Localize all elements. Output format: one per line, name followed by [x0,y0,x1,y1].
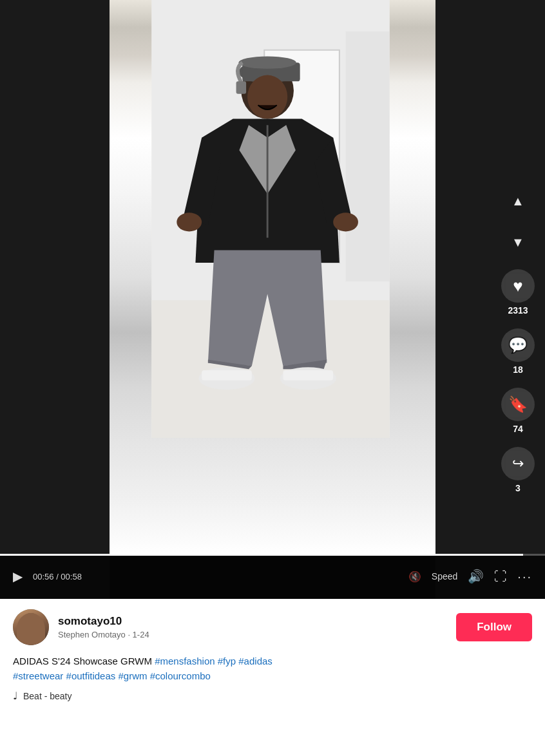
video-frame [110,0,435,554]
hashtag-outfitideas[interactable]: #outfitideas [66,670,116,681]
share-group: ↪ 3 [501,447,535,493]
svg-rect-9 [236,81,247,93]
ellipsis-icon: ··· [517,569,532,584]
chevron-down-icon: ▼ [512,235,524,250]
time-display: 00:56 / 00:58 [33,572,82,581]
video-player[interactable]: ▲ ▼ ♥ 2313 💬 18 🔖 74 [0,0,545,599]
volume-icon: 🔊 [468,569,484,584]
hashtag-mensfashion[interactable]: #mensfashion [155,656,215,666]
info-section: somotayo10 Stephen Omotayo · 1-24 Follow… [0,599,545,756]
description: ADIDAS S'24 Showcase GRWM #mensfashion #… [13,654,532,683]
hashtag-adidas[interactable]: #adidas [238,656,272,666]
hashtag-streetwear[interactable]: #streetwear [13,670,63,681]
music-row[interactable]: ♩ Beat - beaty [13,690,532,702]
play-icon: ▶ [13,569,23,584]
like-button[interactable]: ♥ [501,269,535,303]
bookmark-group: 🔖 74 [501,388,535,434]
side-actions: ▲ ▼ ♥ 2313 💬 18 🔖 74 [501,187,535,493]
volume-button[interactable]: 🔊 [468,569,484,584]
share-icon: ↪ [512,455,524,472]
svg-rect-2 [151,300,389,438]
description-text: ADIDAS S'24 Showcase GRWM [13,656,155,666]
avatar[interactable] [13,609,49,645]
share-count: 3 [515,483,521,493]
hashtag-grwm[interactable]: #grwm [118,670,147,681]
more-options-button[interactable]: ··· [517,569,532,584]
speed-button[interactable]: Speed [432,571,457,581]
music-label: Beat - beaty [23,691,72,701]
like-count: 2313 [508,305,528,316]
comment-icon: 💬 [508,336,528,354]
comment-button[interactable]: 💬 [501,328,535,362]
username[interactable]: somotayo10 [58,615,447,628]
svg-rect-4 [346,32,390,282]
user-subtitle: Stephen Omotayo · 1-24 [58,630,447,639]
fullscreen-button[interactable]: ⛶ [494,569,507,584]
bookmark-button[interactable]: 🔖 [501,388,535,421]
svg-point-12 [177,213,202,231]
share-button[interactable]: ↪ [501,447,535,480]
comment-count: 18 [513,364,523,375]
avatar-face [17,613,45,645]
chevron-up-icon: ▲ [512,194,524,209]
bookmark-count: 74 [513,424,523,434]
hashtag-colourcombo[interactable]: #colourcombo [150,670,211,681]
nav-down-button[interactable]: ▼ [504,228,532,256]
like-group: ♥ 2313 [501,269,535,316]
svg-rect-17 [283,370,333,381]
music-note-icon: ♩ [13,690,18,702]
speed-label: Speed [432,571,457,581]
hashtag-fyp[interactable]: #fyp [218,656,236,666]
svg-point-8 [238,56,296,68]
progress-bar-container[interactable] [0,554,545,556]
fullscreen-icon: ⛶ [494,569,507,584]
progress-fill [0,554,523,556]
mute-icon: 🔇 [408,571,421,583]
bookmark-icon: 🔖 [508,395,528,413]
svg-point-10 [247,75,287,119]
left-sidebar [0,0,110,599]
play-button[interactable]: ▶ [13,569,23,584]
user-info: somotayo10 Stephen Omotayo · 1-24 [58,615,447,639]
person-figure [148,0,393,438]
nav-up-button[interactable]: ▲ [504,187,532,215]
mute-button[interactable]: 🔇 [408,571,421,583]
comment-group: 💬 18 [501,328,535,375]
video-controls: ▶ 00:56 / 00:58 🔇 Speed 🔊 ⛶ ··· [0,554,545,599]
user-row: somotayo10 Stephen Omotayo · 1-24 Follow [13,609,532,645]
svg-rect-16 [202,370,252,381]
svg-point-13 [333,213,358,231]
follow-button[interactable]: Follow [456,613,532,641]
heart-icon: ♥ [513,276,522,296]
